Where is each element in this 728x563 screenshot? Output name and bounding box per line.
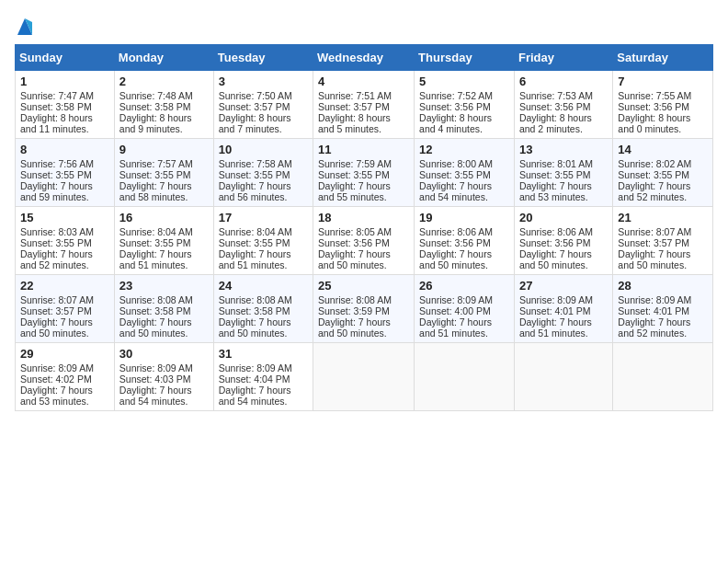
sunrise-text: Sunrise: 8:09 AM (618, 294, 691, 305)
table-row: 18 Sunrise: 8:05 AM Sunset: 3:56 PM Dayl… (313, 207, 415, 275)
daylight-text: Daylight: 8 hours and 11 minutes. (20, 112, 93, 134)
sunrise-text: Sunrise: 8:06 AM (519, 226, 593, 237)
table-row: 8 Sunrise: 7:56 AM Sunset: 3:55 PM Dayli… (16, 139, 115, 207)
table-row: 23 Sunrise: 8:08 AM Sunset: 3:58 PM Dayl… (114, 275, 213, 343)
day-number: 8 (20, 143, 109, 156)
table-row: 25 Sunrise: 8:08 AM Sunset: 3:59 PM Dayl… (313, 275, 415, 343)
sunrise-text: Sunrise: 8:08 AM (318, 294, 392, 305)
table-row: 24 Sunrise: 8:08 AM Sunset: 3:58 PM Dayl… (213, 275, 313, 343)
day-number: 14 (618, 143, 708, 156)
day-number: 25 (318, 279, 409, 293)
table-row (613, 343, 713, 411)
table-row (313, 343, 415, 411)
table-row: 17 Sunrise: 8:04 AM Sunset: 3:55 PM Dayl… (213, 207, 313, 275)
table-row: 21 Sunrise: 8:07 AM Sunset: 3:57 PM Dayl… (613, 207, 713, 275)
sunset-text: Sunset: 3:56 PM (618, 101, 689, 112)
sunrise-text: Sunrise: 8:09 AM (519, 294, 593, 305)
sunrise-text: Sunrise: 8:09 AM (119, 362, 193, 373)
sunrise-text: Sunrise: 7:47 AM (20, 90, 94, 101)
day-number: 27 (519, 279, 608, 293)
sunset-text: Sunset: 3:55 PM (20, 237, 92, 248)
sunrise-text: Sunrise: 7:59 AM (318, 158, 392, 169)
sunset-text: Sunset: 3:56 PM (318, 237, 390, 248)
daylight-text: Daylight: 7 hours and 50 minutes. (519, 248, 592, 270)
daylight-text: Daylight: 7 hours and 52 minutes. (618, 316, 690, 339)
sunrise-text: Sunrise: 8:01 AM (519, 158, 593, 169)
daylight-text: Daylight: 7 hours and 55 minutes. (318, 180, 391, 202)
day-number: 19 (419, 211, 509, 224)
day-number: 26 (419, 279, 509, 293)
sunrise-text: Sunrise: 8:04 AM (219, 226, 292, 237)
daylight-text: Daylight: 8 hours and 7 minutes. (219, 112, 291, 134)
table-row: 4 Sunrise: 7:51 AM Sunset: 3:57 PM Dayli… (313, 71, 415, 139)
sunset-text: Sunset: 3:57 PM (20, 305, 92, 316)
day-number: 9 (119, 143, 209, 156)
calendar-header-row: Sunday Monday Tuesday Wednesday Thursday… (16, 45, 713, 71)
logo (15, 15, 35, 37)
col-wednesday: Wednesday (313, 45, 415, 71)
sunrise-text: Sunrise: 8:09 AM (20, 362, 94, 373)
sunrise-text: Sunrise: 7:51 AM (318, 90, 392, 101)
table-row: 13 Sunrise: 8:01 AM Sunset: 3:55 PM Dayl… (514, 139, 612, 207)
sunset-text: Sunset: 3:56 PM (419, 101, 491, 112)
sunrise-text: Sunrise: 8:09 AM (419, 294, 493, 305)
sunrise-text: Sunrise: 8:08 AM (119, 294, 193, 305)
day-number: 6 (519, 75, 608, 88)
sunset-text: Sunset: 3:55 PM (119, 169, 191, 180)
table-row: 31 Sunrise: 8:09 AM Sunset: 4:04 PM Dayl… (213, 343, 313, 411)
sunset-text: Sunset: 4:03 PM (119, 373, 191, 385)
daylight-text: Daylight: 8 hours and 5 minutes. (318, 112, 391, 134)
col-friday: Friday (514, 45, 612, 71)
daylight-text: Daylight: 7 hours and 50 minutes. (20, 316, 93, 339)
table-row (415, 343, 515, 411)
day-number: 30 (119, 347, 209, 361)
table-row: 7 Sunrise: 7:55 AM Sunset: 3:56 PM Dayli… (613, 71, 713, 139)
table-row: 1 Sunrise: 7:47 AM Sunset: 3:58 PM Dayli… (16, 71, 115, 139)
sunrise-text: Sunrise: 7:56 AM (20, 158, 94, 169)
daylight-text: Daylight: 7 hours and 54 minutes. (219, 385, 291, 407)
daylight-text: Daylight: 7 hours and 50 minutes. (318, 316, 391, 339)
sunset-text: Sunset: 3:55 PM (20, 169, 92, 180)
table-row: 9 Sunrise: 7:57 AM Sunset: 3:55 PM Dayli… (114, 139, 213, 207)
day-number: 11 (318, 143, 409, 156)
sunrise-text: Sunrise: 7:48 AM (119, 90, 193, 101)
table-row: 28 Sunrise: 8:09 AM Sunset: 4:01 PM Dayl… (613, 275, 713, 343)
sunrise-text: Sunrise: 8:09 AM (219, 362, 292, 373)
sunset-text: Sunset: 3:55 PM (519, 169, 591, 180)
table-row: 29 Sunrise: 8:09 AM Sunset: 4:02 PM Dayl… (16, 343, 115, 411)
daylight-text: Daylight: 7 hours and 52 minutes. (20, 248, 93, 270)
day-number: 23 (119, 279, 209, 293)
day-number: 22 (20, 279, 109, 293)
day-number: 24 (219, 279, 308, 293)
sunset-text: Sunset: 3:56 PM (519, 101, 591, 112)
day-number: 1 (20, 75, 109, 88)
sunset-text: Sunset: 3:55 PM (119, 237, 191, 248)
table-row: 6 Sunrise: 7:53 AM Sunset: 3:56 PM Dayli… (514, 71, 612, 139)
sunrise-text: Sunrise: 8:02 AM (618, 158, 691, 169)
daylight-text: Daylight: 7 hours and 53 minutes. (519, 180, 592, 202)
logo-icon (16, 15, 34, 37)
sunset-text: Sunset: 3:56 PM (419, 237, 491, 248)
table-row: 11 Sunrise: 7:59 AM Sunset: 3:55 PM Dayl… (313, 139, 415, 207)
table-row: 12 Sunrise: 8:00 AM Sunset: 3:55 PM Dayl… (415, 139, 515, 207)
table-row: 10 Sunrise: 7:58 AM Sunset: 3:55 PM Dayl… (213, 139, 313, 207)
col-sunday: Sunday (16, 45, 115, 71)
table-row: 15 Sunrise: 8:03 AM Sunset: 3:55 PM Dayl… (16, 207, 115, 275)
daylight-text: Daylight: 7 hours and 51 minutes. (119, 248, 192, 270)
daylight-text: Daylight: 7 hours and 51 minutes. (519, 316, 592, 339)
daylight-text: Daylight: 7 hours and 51 minutes. (419, 316, 492, 339)
page-header (15, 15, 713, 37)
sunrise-text: Sunrise: 8:07 AM (618, 226, 691, 237)
daylight-text: Daylight: 7 hours and 50 minutes. (618, 248, 690, 270)
daylight-text: Daylight: 8 hours and 9 minutes. (119, 112, 192, 134)
daylight-text: Daylight: 7 hours and 50 minutes. (318, 248, 391, 270)
sunset-text: Sunset: 3:58 PM (219, 305, 290, 316)
sunset-text: Sunset: 3:55 PM (618, 169, 689, 180)
sunrise-text: Sunrise: 7:52 AM (419, 90, 493, 101)
day-number: 28 (618, 279, 708, 293)
col-saturday: Saturday (613, 45, 713, 71)
day-number: 15 (20, 211, 109, 224)
sunset-text: Sunset: 3:55 PM (219, 237, 290, 248)
sunset-text: Sunset: 4:02 PM (20, 373, 92, 385)
daylight-text: Daylight: 8 hours and 2 minutes. (519, 112, 592, 134)
